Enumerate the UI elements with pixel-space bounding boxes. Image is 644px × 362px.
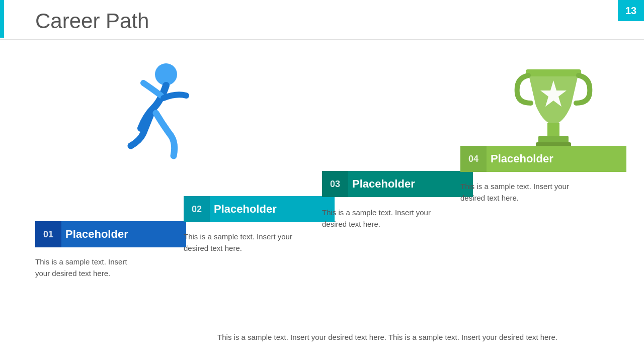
step-01-number: 01: [35, 221, 61, 247]
trophy-icon: [513, 65, 594, 148]
title-divider: [0, 39, 644, 40]
bottom-text: This is a sample text. Insert your desir…: [166, 332, 609, 343]
step-03-desc: This is a sample text. Insert your desir…: [322, 207, 433, 230]
step-04-number: 04: [460, 146, 487, 172]
step-01-label: Placeholder: [61, 228, 186, 241]
step-04-desc: This is a sample text. Insert your desir…: [460, 181, 581, 204]
step-02-label: Placeholder: [210, 203, 335, 216]
accent-bar: [0, 0, 4, 38]
step-02-number: 02: [184, 196, 210, 222]
slide-title: Career Path: [35, 9, 149, 33]
step-02-bar: 02 Placeholder: [184, 196, 335, 222]
slide-number: 13: [618, 0, 644, 21]
step-03-bar: 03 Placeholder: [322, 171, 473, 197]
step-04-bar: 04 Placeholder: [460, 146, 626, 172]
step-02-desc: This is a sample text. Insert your desir…: [184, 231, 294, 254]
step-01-desc: This is a sample text. Insert your desir…: [35, 256, 136, 279]
svg-rect-2: [547, 123, 559, 137]
step-04-label: Placeholder: [487, 152, 626, 165]
svg-rect-1: [526, 69, 581, 76]
step-01-bar: 01 Placeholder: [35, 221, 186, 247]
step-03-number: 03: [322, 171, 348, 197]
step-03-label: Placeholder: [348, 177, 473, 191]
runner-icon: [116, 55, 196, 171]
